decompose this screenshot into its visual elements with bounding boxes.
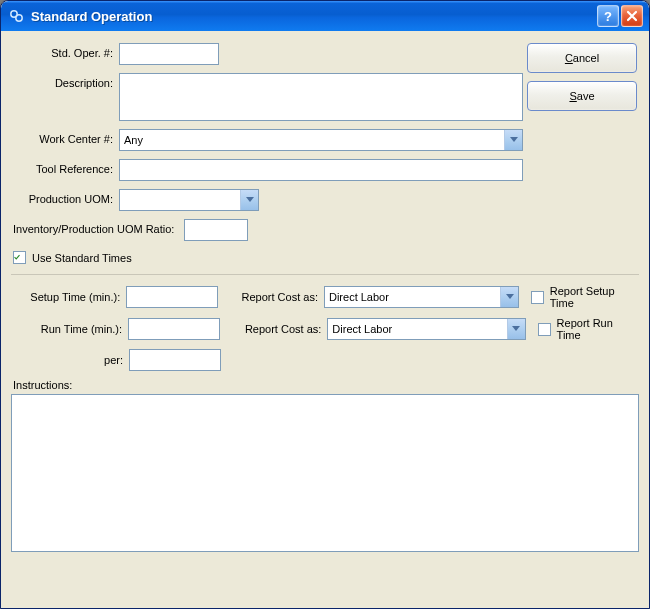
instructions-label: Instructions:	[13, 379, 639, 391]
inv-ratio-input[interactable]	[184, 219, 248, 241]
instructions-input[interactable]	[11, 394, 639, 552]
action-buttons: Cancel Save	[527, 43, 637, 111]
titlebar: Standard Operation ?	[1, 1, 649, 31]
checkbox-icon	[13, 251, 26, 264]
chevron-down-icon	[507, 319, 525, 339]
setup-report-cost-label: Report Cost as:	[230, 291, 318, 303]
work-center-select[interactable]: Any	[119, 129, 523, 151]
report-setup-time-checkbox[interactable]: Report Setup Time	[531, 285, 639, 309]
report-setup-time-label: Report Setup Time	[550, 285, 639, 309]
use-std-times-checkbox[interactable]: Use Standard Times	[13, 251, 132, 264]
prod-uom-select[interactable]	[119, 189, 259, 211]
close-button[interactable]	[621, 5, 643, 27]
window-title: Standard Operation	[31, 9, 597, 24]
work-center-label: Work Center #:	[11, 129, 119, 145]
description-label: Description:	[11, 73, 119, 89]
setup-report-cost-value: Direct Labor	[325, 287, 500, 307]
tool-ref-input[interactable]	[119, 159, 523, 181]
chevron-down-icon	[500, 287, 518, 307]
dialog-window: Standard Operation ? Cancel Save Std. Op…	[0, 0, 650, 609]
setup-report-cost-select[interactable]: Direct Labor	[324, 286, 519, 308]
chevron-down-icon	[504, 130, 522, 150]
setup-time-input[interactable]	[126, 286, 218, 308]
run-report-cost-value: Direct Labor	[328, 319, 506, 339]
dialog-body: Cancel Save Std. Oper. #: Description: W…	[1, 31, 649, 608]
cancel-button[interactable]: Cancel	[527, 43, 637, 73]
save-button[interactable]: Save	[527, 81, 637, 111]
divider	[11, 274, 639, 275]
run-time-input[interactable]	[128, 318, 220, 340]
close-icon	[626, 10, 638, 22]
std-oper-input[interactable]	[119, 43, 219, 65]
work-center-value: Any	[120, 130, 504, 150]
help-button[interactable]: ?	[597, 5, 619, 27]
report-run-time-checkbox[interactable]: Report Run Time	[538, 317, 639, 341]
std-oper-label: Std. Oper. #:	[11, 43, 119, 59]
prod-uom-label: Production UOM:	[11, 189, 119, 205]
setup-time-label: Setup Time (min.):	[11, 291, 120, 303]
prod-uom-value	[120, 190, 240, 210]
description-input[interactable]	[119, 73, 523, 121]
report-run-time-label: Report Run Time	[557, 317, 639, 341]
inv-ratio-label: Inventory/Production UOM Ratio:	[11, 219, 180, 235]
titlebar-controls: ?	[597, 5, 643, 27]
run-report-cost-label: Report Cost as:	[232, 323, 321, 335]
app-icon	[9, 8, 25, 24]
checkbox-icon	[538, 323, 551, 336]
use-std-times-label: Use Standard Times	[32, 252, 132, 264]
run-report-cost-select[interactable]: Direct Labor	[327, 318, 525, 340]
chevron-down-icon	[240, 190, 258, 210]
per-input[interactable]	[129, 349, 221, 371]
checkbox-icon	[531, 291, 544, 304]
run-time-label: Run Time (min.):	[11, 323, 122, 335]
per-label: per:	[11, 354, 123, 366]
tool-ref-label: Tool Reference:	[11, 159, 119, 175]
help-icon: ?	[604, 9, 612, 24]
svg-point-1	[16, 15, 22, 21]
